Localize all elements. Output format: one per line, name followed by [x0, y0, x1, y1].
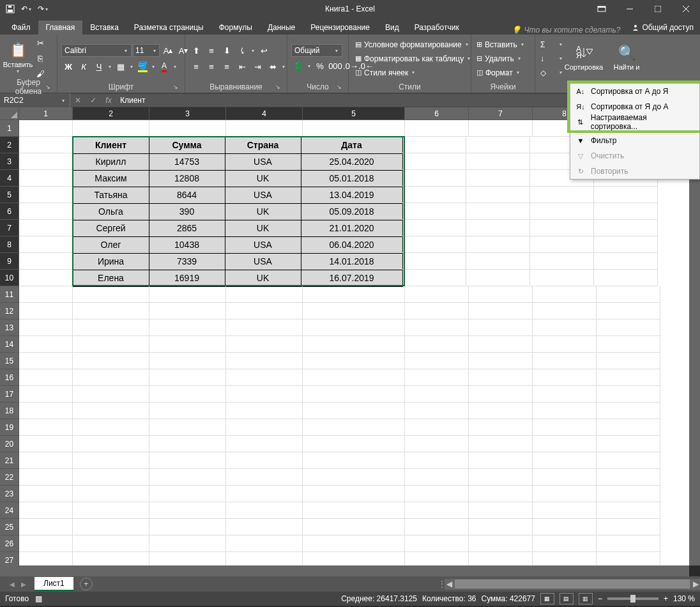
row-header[interactable]: 10	[0, 270, 19, 286]
cell[interactable]	[73, 303, 149, 319]
cell[interactable]	[597, 336, 660, 353]
cell[interactable]: 8644	[149, 187, 225, 204]
cell[interactable]	[405, 469, 469, 486]
cell[interactable]	[73, 436, 149, 452]
menu-custom-sort[interactable]: ⇅Настраиваемая сортировка...	[570, 114, 699, 130]
column-header[interactable]: 2	[73, 107, 149, 120]
fill-color-icon[interactable]: 🪣	[135, 59, 149, 73]
autosum-icon[interactable]: Σ	[540, 40, 545, 49]
tab-review[interactable]: Рецензирование	[303, 20, 377, 35]
fill-icon[interactable]: ↓	[540, 54, 544, 63]
cell[interactable]	[594, 220, 658, 236]
menu-filter[interactable]: ▼Фильтр	[570, 133, 699, 148]
cell[interactable]	[73, 386, 149, 403]
cell[interactable]: 05.09.2018	[301, 203, 403, 220]
cell[interactable]	[530, 236, 594, 253]
cell[interactable]	[594, 236, 658, 253]
clipboard-launcher-icon[interactable]: ↘	[44, 84, 52, 91]
cell[interactable]: 390	[149, 203, 225, 220]
cell[interactable]	[533, 486, 597, 502]
menu-sort-az[interactable]: A↓Сортировка от А до Я	[570, 84, 699, 99]
cell[interactable]	[469, 353, 533, 369]
menu-sort-za[interactable]: Я↓Сортировка от Я до А	[570, 99, 699, 114]
cell[interactable]	[466, 187, 530, 203]
cell[interactable]	[469, 452, 533, 469]
cell[interactable]	[19, 469, 73, 486]
zoom-slider[interactable]	[607, 597, 658, 600]
cell[interactable]	[597, 486, 660, 502]
cell[interactable]	[469, 286, 533, 303]
row-header[interactable]: 17	[0, 386, 19, 403]
insert-cells-button[interactable]: ⊞ Вставить ▾	[475, 38, 526, 51]
cell[interactable]	[303, 369, 405, 386]
paste-button[interactable]: 📋Вставить▾	[4, 36, 32, 78]
cell[interactable]	[405, 452, 469, 469]
cell[interactable]	[226, 535, 303, 552]
cell[interactable]	[149, 120, 226, 137]
cell[interactable]	[402, 170, 466, 187]
cell[interactable]: 14753	[149, 153, 225, 171]
row-header[interactable]: 19	[0, 419, 19, 436]
format-as-table-button[interactable]: ▦ Форматировать как таблицу ▾	[353, 52, 474, 65]
cell[interactable]	[19, 120, 73, 137]
cell[interactable]	[469, 469, 533, 486]
cell[interactable]	[533, 353, 597, 369]
tab-developer[interactable]: Разработчик	[407, 20, 467, 35]
cell[interactable]	[73, 502, 149, 519]
column-header[interactable]: 1	[19, 107, 73, 120]
cell[interactable]	[469, 369, 533, 386]
cell[interactable]	[303, 403, 405, 419]
row-header[interactable]: 13	[0, 319, 19, 336]
cell[interactable]	[405, 369, 469, 386]
share-button[interactable]: Общий доступ	[625, 20, 700, 35]
number-launcher-icon[interactable]: ↘	[335, 84, 343, 91]
cell[interactable]	[303, 353, 405, 369]
cell[interactable]	[533, 419, 597, 436]
cell[interactable]	[73, 419, 149, 436]
cell[interactable]	[73, 486, 149, 502]
cell[interactable]: UK	[225, 170, 301, 187]
cell[interactable]: UK	[225, 220, 301, 237]
view-page-break-icon[interactable]: ▥	[579, 593, 593, 604]
tab-home[interactable]: Главная	[38, 20, 83, 35]
cell[interactable]	[466, 137, 530, 153]
cell[interactable]	[405, 120, 469, 137]
cell[interactable]: 10438	[149, 236, 225, 254]
cell[interactable]	[402, 187, 466, 203]
enter-formula-icon[interactable]: ✓	[86, 96, 101, 105]
cell[interactable]	[226, 519, 303, 535]
cell[interactable]	[149, 452, 226, 469]
cell[interactable]	[597, 369, 660, 386]
cell[interactable]	[19, 303, 73, 319]
cell[interactable]: 12808	[149, 170, 225, 187]
align-middle-icon[interactable]: ≡	[204, 43, 218, 58]
row-header[interactable]: 9	[0, 253, 19, 270]
cell[interactable]	[402, 236, 466, 253]
row-header[interactable]: 25	[0, 519, 19, 535]
cell[interactable]	[73, 353, 149, 369]
fx-icon[interactable]: fx	[101, 96, 116, 105]
cell[interactable]	[597, 286, 660, 303]
cell[interactable]: USA	[225, 153, 301, 171]
cell[interactable]	[226, 469, 303, 486]
row-header[interactable]: 20	[0, 436, 19, 452]
view-page-layout-icon[interactable]: ▤	[559, 593, 574, 604]
align-center-icon[interactable]: ≡	[204, 59, 218, 73]
select-all-button[interactable]	[0, 107, 19, 120]
font-color-icon[interactable]: A	[157, 59, 171, 73]
sheet-tab[interactable]: Лист1	[34, 577, 73, 591]
cell[interactable]	[597, 386, 660, 403]
cell[interactable]	[73, 120, 149, 137]
cell[interactable]	[597, 303, 660, 319]
cell[interactable]	[19, 502, 73, 519]
cell[interactable]	[303, 120, 405, 137]
cell[interactable]	[226, 419, 303, 436]
tell-me[interactable]: 💡 Что вы хотите сделать?	[506, 26, 625, 35]
column-header[interactable]: 5	[303, 107, 405, 120]
conditional-formatting-button[interactable]: ▤ Условное форматирование ▾	[353, 38, 472, 51]
cell[interactable]	[73, 469, 149, 486]
zoom-in-icon[interactable]: +	[664, 594, 668, 603]
cell[interactable]	[533, 502, 597, 519]
cell[interactable]	[405, 353, 469, 369]
cell[interactable]	[469, 120, 533, 137]
